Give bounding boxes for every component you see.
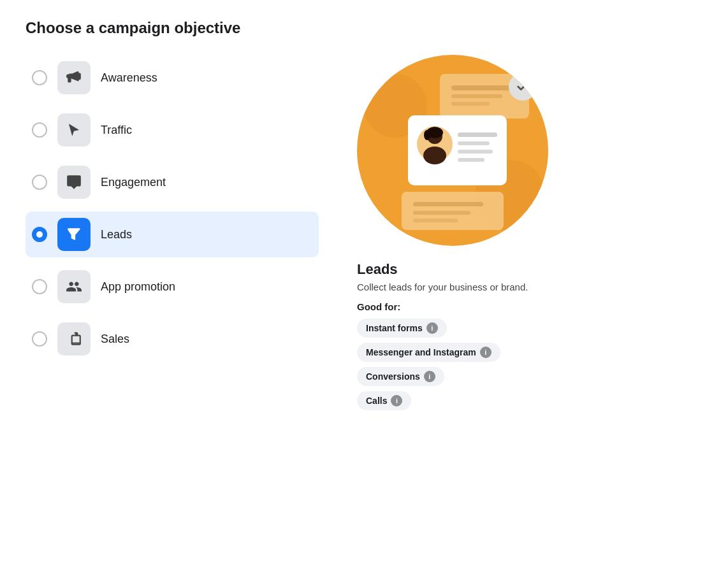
radio-traffic[interactable]	[32, 122, 47, 138]
option-engagement[interactable]: Engagement	[25, 159, 319, 205]
option-app-promotion[interactable]: App promotion	[25, 264, 319, 310]
megaphone-icon	[57, 61, 91, 94]
option-leads-label: Leads	[101, 228, 132, 241]
svg-rect-20	[413, 219, 458, 222]
tag-instant-forms-label: Instant forms	[366, 323, 423, 333]
detail-panel: Leads Collect leads for your business or…	[357, 55, 703, 410]
option-traffic[interactable]: Traffic	[25, 107, 319, 153]
option-app-promotion-label: App promotion	[101, 280, 175, 294]
people-icon	[57, 270, 91, 303]
tag-conversions: Conversions i	[357, 367, 444, 386]
radio-leads[interactable]	[32, 227, 47, 242]
options-list: Awareness Traffic Engagement	[25, 55, 319, 362]
tag-list: Instant forms i Messenger and Instagram …	[357, 319, 703, 410]
tag-messenger-instagram: Messenger and Instagram i	[357, 343, 500, 362]
cursor-icon	[57, 113, 91, 147]
option-sales-label: Sales	[101, 333, 129, 346]
svg-rect-5	[451, 94, 502, 98]
svg-rect-0	[71, 342, 81, 343]
detail-title: Leads	[357, 261, 703, 278]
info-icon-calls[interactable]: i	[391, 395, 402, 406]
svg-rect-13	[458, 133, 497, 137]
radio-app-promotion[interactable]	[32, 279, 47, 294]
funnel-icon	[57, 218, 91, 251]
tag-conversions-label: Conversions	[366, 371, 420, 382]
option-sales[interactable]: Sales	[25, 316, 319, 362]
tag-messenger-instagram-label: Messenger and Instagram	[366, 347, 476, 357]
svg-rect-18	[413, 202, 483, 206]
info-icon-instant-forms[interactable]: i	[426, 322, 438, 334]
svg-rect-4	[451, 85, 515, 90]
detail-subtitle: Collect leads for your business or brand…	[357, 282, 703, 292]
leads-illustration	[357, 55, 548, 246]
svg-rect-16	[458, 158, 484, 162]
briefcase-icon	[57, 322, 91, 355]
option-engagement-label: Engagement	[101, 176, 166, 189]
svg-rect-6	[451, 102, 490, 106]
svg-point-12	[424, 130, 430, 140]
option-awareness[interactable]: Awareness	[25, 55, 319, 101]
page-title: Choose a campaign objective	[25, 19, 703, 37]
radio-awareness[interactable]	[32, 70, 47, 85]
tag-instant-forms: Instant forms i	[357, 319, 447, 338]
option-awareness-label: Awareness	[101, 71, 157, 85]
check-badge	[509, 73, 537, 101]
svg-point-10	[423, 147, 446, 164]
radio-engagement[interactable]	[32, 175, 47, 190]
svg-rect-19	[413, 211, 470, 215]
svg-rect-14	[458, 141, 490, 145]
tag-calls: Calls i	[357, 391, 411, 410]
main-layout: Awareness Traffic Engagement	[25, 55, 703, 410]
chat-icon	[57, 166, 91, 199]
good-for-label: Good for:	[357, 301, 703, 312]
info-icon-messenger[interactable]: i	[480, 347, 491, 358]
option-leads[interactable]: Leads	[25, 212, 319, 257]
info-icon-conversions[interactable]: i	[424, 371, 435, 382]
svg-rect-15	[458, 150, 493, 154]
option-traffic-label: Traffic	[101, 124, 132, 137]
radio-sales[interactable]	[32, 331, 47, 347]
tag-calls-label: Calls	[366, 396, 387, 406]
